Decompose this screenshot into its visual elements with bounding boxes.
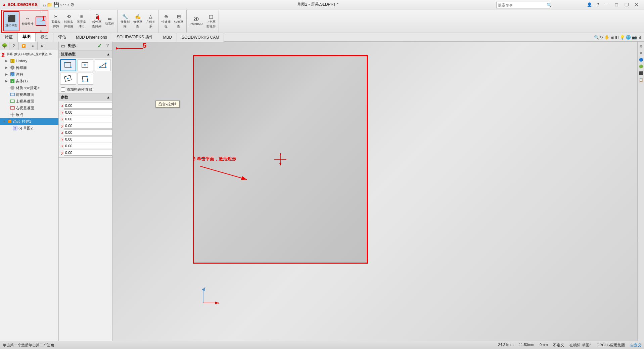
view-camera-icon[interactable]: 📷 [632,35,637,40]
param-input-y3[interactable] [64,150,112,156]
minimize-button[interactable]: ─ [602,1,611,8]
param-input-x3[interactable] [64,143,112,149]
param-input-y1[interactable] [64,123,112,129]
tree-material[interactable]: 材质 <未指定> [0,84,58,91]
rect-type-header[interactable]: 矩形类型 ▲ [59,50,112,58]
view-section-icon[interactable]: ▣ [610,35,614,40]
tab-sw-plugins[interactable]: SOLIDWORKS 插件 [112,33,158,42]
offset-button[interactable]: ≡ 等宽实体(t) [75,11,88,31]
search-icon[interactable]: 🔍 [546,3,553,7]
svg-text:S: S [11,67,13,70]
settings-icon[interactable]: ⚙ [70,2,75,7]
viewport[interactable]: 凸台-拉伸1 3 单击平面，激活矩形 [112,42,644,341]
feature-tab-tree[interactable]: 🌳 [0,42,9,50]
tree-right-plane[interactable]: 右视基准面 [0,105,58,111]
color-profile-button[interactable]: ◱ 上色草图轮廓 [205,11,217,31]
tree-root[interactable]: ▼ 屏幕 (默认) <<默认>_显示状态 1> [0,51,58,57]
rect-type-center[interactable] [78,59,94,71]
construction-checkbox[interactable] [61,87,65,92]
tree-origin[interactable]: 原点 [0,111,58,118]
panel-ok-button[interactable]: ✓ [95,42,104,50]
param-input-x2[interactable] [64,129,112,135]
param-label-4: x [61,131,63,134]
view-light-icon[interactable]: 💡 [620,35,625,40]
rect-type-3pt-corner[interactable] [95,59,111,71]
param-input-y2[interactable] [64,136,112,142]
svg-text:S: S [14,127,16,130]
construction-label: 添加构造性直线 [66,87,92,92]
view-rotate-icon[interactable]: ⟳ [600,35,603,40]
rect-type-3pt-center[interactable] [60,73,76,85]
relations-button[interactable]: △ 几何关系 [144,11,157,31]
tree-front-plane-label: 前视基准面 [16,92,34,97]
rt-btn-4[interactable]: 🟢 [638,63,644,69]
close-button[interactable]: ✕ [632,1,641,8]
status-custom[interactable]: 自定义 [630,343,641,348]
tree-extrude1[interactable]: ▼ 凸台-拉伸1 [0,118,58,125]
view-pan-icon[interactable]: ✋ [604,35,609,40]
trim-button[interactable]: ✂ 剪裁实体(t) [50,11,62,31]
sketch-canvas[interactable] [193,55,368,264]
tab-evaluate[interactable]: 评估 [53,33,71,42]
quick-snap-label: 快速捕捉 [162,20,171,29]
feature-tabs: 🌳 2 🔽 ≡ ⚙ [0,42,58,50]
tab-mbd-dim[interactable]: MBD Dimensions [71,33,112,42]
user-icon[interactable]: 👤 [585,2,594,7]
instant2d-button[interactable]: 2D Instant2D [188,11,204,31]
svg-point-28 [105,63,106,64]
param-input-x1[interactable] [64,116,112,122]
tab-mbd[interactable]: MBD [158,33,177,42]
view-scene-icon[interactable]: 🌐 [626,35,631,40]
convert-button[interactable]: ⟲ 转换实体引用 [62,11,75,31]
rt-btn-2[interactable]: ✕ [638,50,644,56]
tree-top-plane[interactable]: 上视基准面 [0,98,58,105]
search-bar[interactable]: 🔍 [496,2,550,8]
panel-help-button[interactable]: ? [105,42,110,50]
feature-tab-filter[interactable]: 🔽 [19,42,28,50]
rect-type-parallelogram[interactable] [78,73,94,85]
help-icon[interactable]: ? [595,2,601,7]
tree-sensors[interactable]: ▶ S 传感器 [0,64,58,71]
quick-snap-button[interactable]: ⊕ 快速捕捉 [160,11,172,31]
open-icon[interactable]: 📁 [47,2,52,7]
fix-sketch-button[interactable]: ✍ 修复草图 [132,11,144,31]
exit-sketch-button[interactable]: ⬛ 退出草图 [3,11,19,31]
fix-remove-button[interactable]: 🔧 修复制除 [119,11,131,31]
search-input[interactable] [497,2,546,8]
restore-button[interactable]: ❐ [622,1,631,8]
rt-btn-3[interactable]: 🔵 [638,56,644,63]
redo-icon[interactable]: ↪ [65,2,69,7]
mirror-button[interactable]: ⬅ 动实体 [103,11,116,31]
line-button[interactable]: / [36,7,46,16]
view-display-icon[interactable]: ◧ [615,35,619,40]
fix-remove-icon: 🔧 [122,14,128,19]
3pt-corner-icon [98,61,107,70]
undo-icon[interactable]: ↩ [60,2,64,7]
rt-btn-1[interactable]: ⊕ [638,43,644,49]
tab-mark[interactable]: 标注 [36,33,53,42]
svg-point-30 [67,78,68,79]
tab-features[interactable]: 特征 [0,33,18,42]
smart-dimension-button[interactable]: ↔ 智能尺寸 [20,11,35,31]
view-zoom-icon[interactable]: 🔍 [594,35,599,40]
tree-annotations[interactable]: ▶ A 注解 [0,71,58,78]
rt-btn-6[interactable]: 📋 [638,77,644,83]
param-input-x0[interactable] [64,103,112,109]
feature-tab-2[interactable]: 2 [9,42,19,50]
tab-sw-cam[interactable]: SOLIDWORKS CAM [177,33,224,42]
param-input-y0[interactable] [64,109,112,115]
tree-history[interactable]: ▶ H History [0,57,58,64]
tree-bodies[interactable]: ▶ B 实体(1) [0,78,58,84]
view-monitor-icon[interactable]: 🖥 [638,35,642,40]
quick-sketch-button[interactable]: ⊞ 快速草图 [173,11,185,31]
params-header[interactable]: 参数 ▲ [59,93,112,101]
tab-sketch[interactable]: 草图 [18,33,36,42]
rect-type-corner[interactable] [60,59,76,71]
maximize-button[interactable]: □ [612,1,621,8]
save-icon[interactable]: 💾 [53,2,59,7]
rt-btn-5[interactable]: ⬛ [638,70,644,76]
feature-tab-settings[interactable]: ⚙ [38,42,47,50]
tree-front-plane[interactable]: 前视基准面 [0,91,58,98]
feature-tab-layer[interactable]: ≡ [28,42,38,50]
tree-sketch2[interactable]: S (-) 草图2 [0,125,58,131]
